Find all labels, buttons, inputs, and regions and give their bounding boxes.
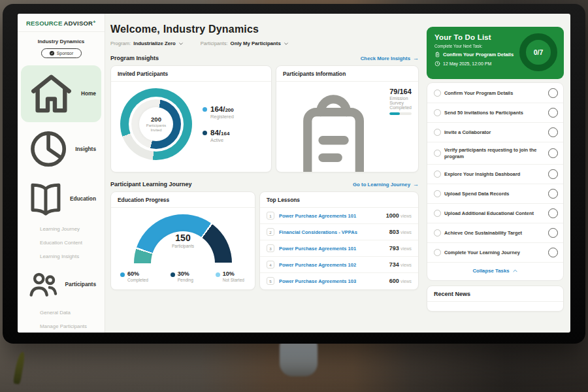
sidebar-item-label: Learning Insights xyxy=(40,253,79,259)
task-label: Upload Additional Educational Content xyxy=(444,210,542,217)
stat-value: 79/164 xyxy=(389,88,412,95)
chevron-right-button[interactable] xyxy=(548,189,558,199)
task-checkbox[interactable] xyxy=(434,249,441,256)
sidebar-item[interactable]: Participants xyxy=(21,264,101,305)
lesson-link[interactable]: Power Purchase Agreements 101 xyxy=(279,213,382,219)
legend-item: 10% Not Started xyxy=(216,270,244,282)
todo-task-list: Confirm Your Program Details Send 50 Inv… xyxy=(427,82,564,281)
todo-task-row[interactable]: Confirm Your Program Details xyxy=(427,84,563,103)
gauge-label: Participants xyxy=(111,244,255,248)
todo-task-row[interactable]: Send 50 Invitations to Participants xyxy=(427,103,563,122)
lesson-rank-badge: 2 xyxy=(267,228,274,236)
todo-task-row[interactable]: Upload Spend Data Records xyxy=(427,184,563,203)
todo-task-row[interactable]: Achieve One Sustainability Target xyxy=(427,223,563,242)
todo-next-task: Confirm Your Program Details xyxy=(434,52,515,57)
gauge-value: 150 xyxy=(111,233,255,243)
lesson-row: 5 Power Purchase Agreements 103 600 view… xyxy=(260,272,418,289)
program-filter-value: Industrialize Zero xyxy=(133,41,176,46)
lesson-views-suffix: views xyxy=(400,246,412,251)
collapse-tasks-link[interactable]: Collapse Tasks xyxy=(427,262,563,280)
lesson-link[interactable]: Power Purchase Agreements 102 xyxy=(279,262,385,268)
lesson-views-count: 734 xyxy=(389,261,399,268)
todo-subtitle: Complete Your Next Task: xyxy=(434,44,515,48)
chevron-right-button[interactable] xyxy=(548,248,558,257)
task-label: Send 50 Invitations to Participants xyxy=(444,110,542,116)
sidebar-item[interactable]: Manage Participants xyxy=(21,320,101,333)
chevron-right-button[interactable] xyxy=(548,228,558,238)
lesson-row: 2 Financial Considerations - VPPAs 803 v… xyxy=(260,223,418,240)
sidebar-item[interactable]: Learning Insights xyxy=(21,250,101,263)
sidebar-item[interactable]: Education xyxy=(21,176,101,221)
task-checkbox[interactable] xyxy=(434,210,441,217)
todo-column: Your To Do List Complete Your Next Task:… xyxy=(424,14,570,333)
brand-logo: RESOURCEADVISOR+ xyxy=(18,20,105,32)
lesson-link[interactable]: Power Purchase Agreements 103 xyxy=(279,278,385,284)
org-name: Industry Dynamics xyxy=(18,39,105,44)
sidebar-item[interactable]: Learning Journey xyxy=(21,223,101,235)
todo-task-row[interactable]: Invite a Collaborator xyxy=(427,122,563,142)
chevron-right-button[interactable] xyxy=(548,108,558,118)
sidebar-item[interactable]: Home xyxy=(21,65,101,122)
chevron-right-button[interactable] xyxy=(548,88,558,98)
lesson-row: 3 Power Purchase Agreements 101 793 view… xyxy=(260,240,418,256)
sidebar-item[interactable]: Insights xyxy=(21,123,101,174)
arrow-right-icon: → xyxy=(413,181,419,188)
home-icon xyxy=(26,69,76,119)
todo-task-row[interactable]: Explore Your Insights Dashboard xyxy=(427,164,563,184)
task-checkbox[interactable] xyxy=(434,109,441,116)
lesson-views-suffix: views xyxy=(400,263,412,267)
clock-icon xyxy=(434,61,440,67)
task-checkbox[interactable] xyxy=(434,150,441,157)
todo-task-row[interactable]: Upload Additional Educational Content xyxy=(427,203,563,223)
stat-label: Emission Survey Completed xyxy=(389,96,412,110)
card-title: Invited Participants xyxy=(111,66,271,82)
section-title-learning-journey: Participant Learning Journey xyxy=(110,181,192,188)
sponsor-icon xyxy=(49,50,55,56)
chevron-right-button[interactable] xyxy=(548,208,558,218)
lesson-link[interactable]: Financial Considerations - VPPAs xyxy=(279,229,385,235)
sponsor-badge[interactable]: Sponsor xyxy=(41,48,82,58)
main-content: Welcome, Industry Dynamics Program: Indu… xyxy=(105,14,424,333)
lesson-row: 4 Power Purchase Agreements 102 734 view… xyxy=(260,256,418,272)
chevron-right-button[interactable] xyxy=(548,148,558,158)
monitor-stand xyxy=(280,338,318,376)
task-rows: Confirm Your Program Details Send 50 Inv… xyxy=(427,84,563,262)
legend-dot xyxy=(216,272,220,277)
task-label: Complete Your Learning Journey xyxy=(444,250,542,256)
task-checkbox[interactable] xyxy=(434,190,441,197)
sidebar-item[interactable]: General Data xyxy=(21,306,101,319)
todo-task-row[interactable]: Verify participants requesting to join t… xyxy=(427,142,563,164)
task-checkbox[interactable] xyxy=(434,171,441,178)
lesson-link[interactable]: Power Purchase Agreements 101 xyxy=(279,246,385,252)
chevron-down-icon xyxy=(284,41,289,46)
check-more-insights-link[interactable]: Check More Insights → xyxy=(361,55,419,61)
program-filter-dropdown[interactable]: Program: Industrialize Zero xyxy=(110,41,184,46)
lesson-rank-badge: 4 xyxy=(267,261,274,269)
sidebar-nav: Home Insights Education xyxy=(18,65,105,333)
legend-dot xyxy=(171,272,175,277)
lesson-views-count: 1000 xyxy=(386,212,399,219)
todo-task-row[interactable]: Complete Your Learning Journey xyxy=(427,242,563,262)
plant-leaf xyxy=(13,351,26,384)
lesson-views-suffix: views xyxy=(400,279,412,284)
invited-participants-card: Invited Participants 200 Participants In… xyxy=(110,65,272,172)
lesson-views-count: 793 xyxy=(389,245,399,252)
education-icon xyxy=(26,179,65,218)
task-checkbox[interactable] xyxy=(434,229,441,237)
participants-filter-dropdown[interactable]: Participants: Only My Participants xyxy=(201,41,289,46)
dashboard-screen: RESOURCEADVISOR+ Industry Dynamics Spons… xyxy=(18,14,570,333)
card-title: Participants Information xyxy=(276,66,418,82)
go-to-learning-journey-link[interactable]: Go to Learning Journey → xyxy=(353,181,419,188)
lesson-rank-badge: 3 xyxy=(267,244,274,252)
chevron-up-icon xyxy=(512,268,518,274)
task-checkbox[interactable] xyxy=(434,90,441,97)
chevron-right-button[interactable] xyxy=(548,127,558,137)
task-checkbox[interactable] xyxy=(434,129,441,136)
progress-track xyxy=(389,112,412,115)
sidebar-item[interactable]: Education Content xyxy=(21,237,101,249)
sidebar-item-label: Learning Journey xyxy=(40,226,80,232)
sidebar-item-label: General Data xyxy=(40,310,71,316)
chevron-right-button[interactable] xyxy=(548,169,558,179)
legend-item: 30% Pending xyxy=(171,270,193,282)
sidebar-item-label: Home xyxy=(81,90,96,97)
